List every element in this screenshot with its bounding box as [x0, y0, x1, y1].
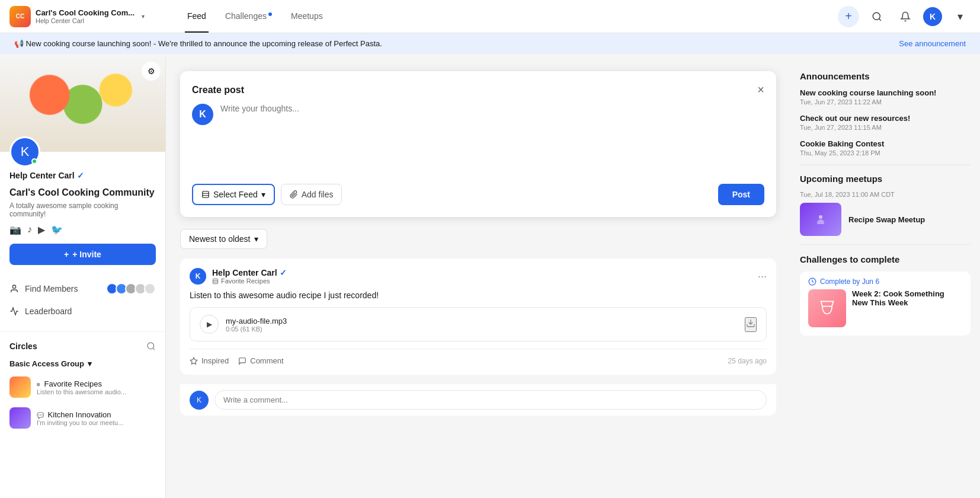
ann-title-3: Cookie Baking Contest: [800, 139, 971, 148]
create-post-header: Create post ×: [192, 83, 764, 97]
sort-dropdown[interactable]: Newest to oldest ▾: [180, 229, 267, 249]
svg-rect-3: [203, 191, 209, 198]
add-files-button[interactable]: Add files: [281, 184, 342, 205]
invite-button[interactable]: + + Invite: [9, 244, 156, 265]
community-desc: A totally awesome sample cooking communi…: [9, 202, 156, 218]
profile-name: Help Center Carl ✓: [9, 171, 156, 180]
challenge-card: Complete by Jun 6 Week 2: Cook Something…: [800, 272, 971, 336]
nav-community-sub: Help Center Carl: [36, 17, 134, 24]
tab-challenges[interactable]: Challenges: [223, 1, 274, 33]
audio-play-button[interactable]: ▶: [200, 315, 219, 334]
select-feed-button[interactable]: Select Feed ▾: [192, 184, 275, 205]
left-sidebar: ⚙ K Help Center Carl ✓ Carl's Cool Cooki…: [0, 57, 166, 498]
comment-input[interactable]: [214, 390, 767, 410]
meetups-title: Upcoming meetups: [800, 174, 971, 184]
notifications-button[interactable]: [895, 6, 916, 27]
challenge-thumb: [808, 289, 846, 327]
post-feed-icon: [212, 278, 219, 285]
inspired-button[interactable]: Inspired: [190, 356, 229, 365]
challenge-title: Week 2: Cook Something New This Week: [852, 289, 962, 327]
chevron-down-icon[interactable]: ▾: [142, 13, 145, 20]
verified-badge: ✓: [77, 171, 84, 180]
meetup-item: Recipe Swap Meetup: [800, 203, 971, 236]
audio-download-button[interactable]: [745, 317, 757, 332]
svg-marker-6: [190, 357, 197, 364]
tab-meetups[interactable]: Meetups: [289, 1, 325, 33]
challenge-header: Complete by Jun 6: [800, 272, 971, 289]
circles-search-icon[interactable]: [146, 341, 156, 351]
select-feed-chevron-icon: ▾: [261, 190, 265, 199]
add-files-label: Add files: [302, 190, 334, 199]
post-more-button[interactable]: ···: [758, 270, 767, 283]
circles-title: Circles: [9, 341, 37, 351]
chat-icon: 💬: [37, 412, 44, 419]
audio-card: ▶ my-audio-file.mp3 0:05 (61 KB): [190, 307, 767, 341]
center-content: Create post × K Select Feed ▾: [166, 57, 790, 498]
nav-community-info: CC Carl's Cool Cooking Com... Help Cente…: [9, 6, 175, 27]
create-post-avatar: K: [192, 104, 213, 125]
post-button[interactable]: Post: [718, 184, 764, 205]
circle-favorite-recipes[interactable]: ≡ Favorite Recipes Listen to this awesom…: [0, 372, 165, 403]
post-textarea[interactable]: [220, 104, 764, 175]
see-announcement-link[interactable]: See announcement: [899, 39, 966, 48]
audio-duration: 0:05 (61 KB): [226, 325, 287, 333]
post-actions: Inspired Comment 25 days ago: [190, 349, 767, 365]
create-button[interactable]: +: [838, 6, 859, 27]
search-button[interactable]: [866, 6, 888, 27]
feed-icon: ≡: [37, 381, 40, 388]
challenge-body: Week 2: Cook Something New This Week: [800, 289, 971, 336]
right-divider-1: [800, 165, 971, 165]
ann-date-1: Tue, Jun 27, 2023 11:22 AM: [800, 98, 971, 106]
right-sidebar: Announcements New cooking course launchi…: [790, 57, 980, 498]
circle-kitchen-innovation[interactable]: 💬 Kitchen Innovation I'm inviting you to…: [0, 403, 165, 433]
leaderboard-item[interactable]: Leaderboard: [0, 301, 165, 322]
clock-icon: [808, 277, 816, 286]
circle-desc-kitchen: I'm inviting you to our meetu...: [37, 419, 123, 426]
select-feed-label: Select Feed: [213, 190, 258, 199]
create-post-card: Create post × K Select Feed ▾: [180, 71, 776, 217]
ann-title-2: Check out our new resources!: [800, 114, 971, 123]
user-menu-chevron[interactable]: ▾: [949, 6, 971, 27]
svg-point-7: [819, 215, 822, 219]
comment-icon: [238, 357, 246, 365]
social-links: 📷 ♪ ▶ 🐦: [9, 224, 156, 235]
post-header: K Help Center Carl ✓ Favorite Recipes ··…: [190, 268, 767, 285]
meetup-name: Recipe Swap Meetup: [848, 215, 925, 224]
user-avatar[interactable]: K: [923, 7, 942, 26]
announcement-bar: 📢 New cooking course launching soon! - W…: [0, 33, 980, 54]
find-members-item[interactable]: Find Members: [0, 277, 165, 301]
community-title: Carl's Cool Cooking Community: [9, 187, 156, 198]
post-card: K Help Center Carl ✓ Favorite Recipes ··…: [180, 258, 776, 375]
basic-group-chevron: ▾: [88, 359, 92, 368]
announcement-item-3: Cookie Baking Contest Thu, May 25, 2023 …: [800, 139, 971, 157]
inspired-icon: [190, 357, 198, 365]
community-avatar[interactable]: CC: [9, 6, 31, 27]
twitter-icon[interactable]: 🐦: [51, 224, 63, 235]
post-verified-badge: ✓: [280, 268, 287, 277]
circle-thumb-kitchen: [9, 407, 31, 429]
challenge-thumb-icon: [819, 300, 835, 317]
youtube-icon[interactable]: ▶: [38, 224, 45, 235]
tab-feed[interactable]: Feed: [185, 1, 209, 33]
circle-thumb-recipes: [9, 376, 31, 398]
basic-access-group[interactable]: Basic Access Group ▾: [0, 356, 165, 372]
ann-title-1: New cooking course launching soon!: [800, 88, 971, 97]
challenges-title: Challenges to complete: [800, 254, 971, 264]
member-avatar-5: [144, 283, 156, 295]
instagram-icon[interactable]: 📷: [9, 224, 21, 235]
post-author-avatar: K: [190, 268, 206, 285]
circle-name-kitchen: 💬 Kitchen Innovation: [37, 410, 123, 419]
post-body: Listen to this awesome audio recipe I ju…: [190, 290, 767, 300]
announcements-title: Announcements: [800, 71, 971, 81]
tiktok-icon[interactable]: ♪: [27, 224, 32, 235]
post-author-name: Help Center Carl ✓: [212, 268, 287, 277]
settings-button[interactable]: ⚙: [142, 62, 161, 81]
top-nav: CC Carl's Cool Cooking Com... Help Cente…: [0, 0, 980, 33]
announcement-text: 📢 New cooking course launching soon! - W…: [14, 39, 382, 48]
comment-button[interactable]: Comment: [238, 356, 283, 365]
ann-date-3: Thu, May 25, 2023 2:18 PM: [800, 149, 971, 157]
post-author: K Help Center Carl ✓ Favorite Recipes: [190, 268, 287, 285]
comment-area: K: [180, 384, 776, 416]
close-create-post-button[interactable]: ×: [757, 83, 764, 97]
audio-filename: my-audio-file.mp3: [226, 317, 287, 325]
